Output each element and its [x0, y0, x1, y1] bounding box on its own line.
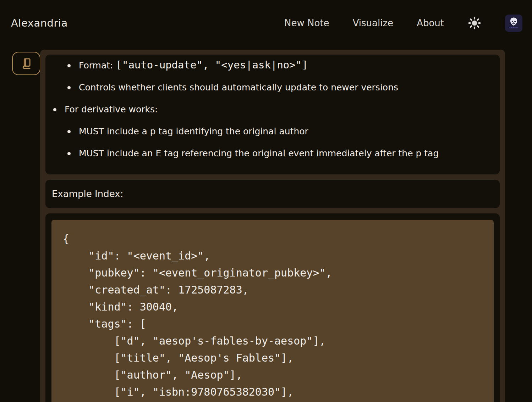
code-line: "kind": 30040, [63, 298, 482, 316]
spec-rules-card: Format: ["auto-update", "<yes|ask|no>"]C… [45, 55, 500, 174]
list-item-text: For derivative works: [65, 104, 158, 115]
logo-caption: GitCitadel [509, 27, 518, 29]
toc-toggle-button[interactable] [12, 52, 40, 75]
example-heading: Example Index: [52, 189, 123, 199]
list-item-text: Format: [79, 60, 116, 71]
list-item-text: Controls whether clients should automati… [79, 82, 398, 93]
list-item: Format: ["auto-update", "<yes|ask|no>"] [45, 59, 500, 72]
nav-link-visualize[interactable]: Visualize [353, 18, 394, 28]
nav-link-about[interactable]: About [417, 18, 444, 28]
list-item: MUST include an E tag referencing the or… [45, 147, 500, 160]
list-item: Controls whether clients should automati… [45, 81, 500, 94]
code-line: ["title", "Aesop's Fables"], [63, 350, 482, 367]
theme-toggle-button[interactable] [467, 16, 482, 30]
code-line: ["author", "Aesop"], [63, 367, 482, 384]
content-wrapper: Format: ["auto-update", "<yes|ask|no>"]C… [40, 50, 505, 402]
example-heading-card: Example Index: [45, 180, 500, 208]
nav-link-new-note[interactable]: New Note [284, 18, 329, 28]
code-line: ["i", "isbn:9780765382030"], [63, 384, 482, 401]
example-index-card: { "id": "<event_id>", "pubkey": "<event_… [45, 213, 500, 402]
json-code-block: { "id": "<event_id>", "pubkey": "<event_… [51, 220, 494, 402]
brand-title[interactable]: Alexandria [11, 17, 68, 29]
code-line: "id": "<event_id>", [63, 247, 482, 264]
list-item: For derivative works: [45, 103, 500, 116]
code-line: ["d", "aesop's-fables-by-aesop"], [63, 333, 482, 350]
code-line: "pubkey": "<event_originator_pubkey>", [63, 264, 482, 281]
code-line: { [63, 230, 482, 247]
list-item: MUST include a p tag identifying the ori… [45, 125, 500, 138]
code-line: "created_at": 1725087283, [63, 281, 482, 298]
spec-rules-list: Format: ["auto-update", "<yes|ask|no>"]C… [45, 55, 500, 160]
gitcitadel-logo[interactable]: GitCitadel [505, 15, 522, 32]
sun-icon [468, 16, 481, 30]
navbar: Alexandria New Note Visualize About [0, 0, 532, 46]
list-item-text: MUST include a p tag identifying the ori… [79, 126, 308, 136]
inline-code: ["auto-update", "<yes|ask|no>"] [116, 59, 308, 71]
book-icon [20, 57, 33, 70]
navbar-right: New Note Visualize About [284, 15, 522, 32]
list-item-text: MUST include an E tag referencing the or… [79, 148, 439, 158]
code-line: "tags": [ [63, 316, 482, 333]
